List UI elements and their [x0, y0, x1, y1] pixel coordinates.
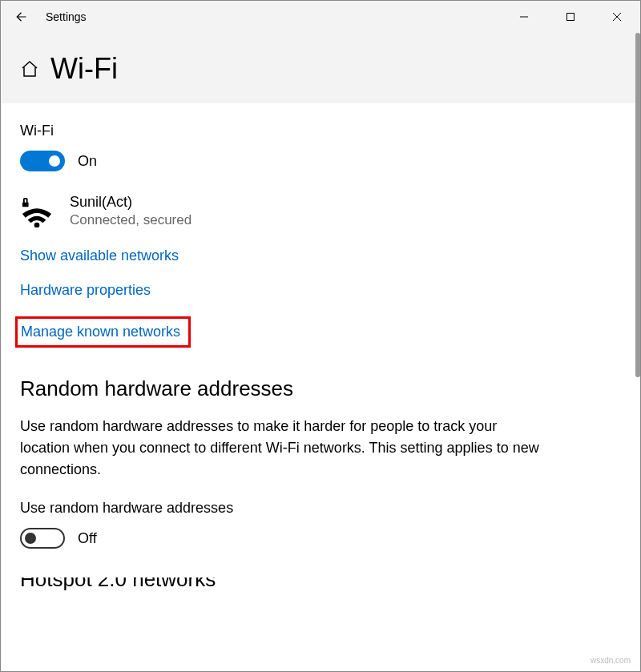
network-name: Sunil(Act): [70, 194, 191, 211]
close-button[interactable]: [594, 1, 640, 33]
show-available-networks-link[interactable]: Show available networks: [20, 247, 179, 264]
svg-point-4: [34, 223, 40, 227]
manage-known-networks-link[interactable]: Manage known networks: [15, 316, 191, 348]
random-hw-description: Use random hardware addresses to make it…: [20, 416, 549, 481]
page-header: Wi-Fi: [1, 33, 640, 103]
minimize-icon: [519, 12, 529, 22]
page-title: Wi-Fi: [50, 52, 118, 86]
minimize-button[interactable]: [501, 1, 547, 33]
svg-rect-1: [567, 14, 574, 21]
arrow-left-icon: [13, 10, 27, 24]
titlebar: Settings: [1, 1, 640, 33]
window-controls: [501, 1, 640, 33]
random-hw-heading: Random hardware addresses: [20, 376, 621, 401]
wifi-toggle[interactable]: [20, 151, 65, 171]
random-hw-toggle[interactable]: [20, 528, 65, 549]
network-status: Connected, secured: [70, 212, 191, 228]
toggle-knob: [49, 155, 60, 167]
hardware-properties-link[interactable]: Hardware properties: [20, 282, 151, 299]
random-hw-toggle-label: Use random hardware addresses: [20, 500, 621, 517]
scrollbar-thumb[interactable]: [635, 33, 640, 377]
wifi-toggle-state: On: [78, 153, 97, 170]
maximize-icon: [566, 12, 575, 22]
app-title: Settings: [39, 10, 87, 23]
home-icon[interactable]: [20, 59, 39, 78]
toggle-knob: [25, 533, 36, 544]
hotspot-heading-cutoff: Hotspot 2.0 networks: [20, 577, 621, 590]
content-area: Wi-Fi On Sunil(Act) Connected, secured S…: [1, 103, 640, 590]
close-icon: [612, 12, 622, 22]
wifi-secured-icon: [20, 194, 55, 227]
network-info: Sunil(Act) Connected, secured: [70, 194, 191, 228]
back-button[interactable]: [1, 1, 39, 33]
watermark: wsxdn.com: [591, 656, 631, 665]
maximize-button[interactable]: [547, 1, 594, 33]
wifi-section-label: Wi-Fi: [20, 123, 621, 139]
random-hw-toggle-state: Off: [78, 530, 97, 547]
connected-network[interactable]: Sunil(Act) Connected, secured: [20, 194, 621, 228]
random-hw-toggle-row: Off: [20, 528, 621, 549]
wifi-toggle-row: On: [20, 151, 621, 171]
